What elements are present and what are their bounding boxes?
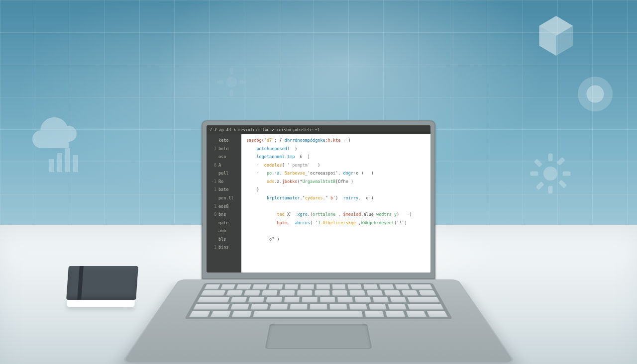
svg-rect-13	[229, 90, 233, 96]
svg-point-11	[226, 77, 237, 88]
gutter-row: bls	[210, 235, 239, 244]
editor-titlebar: 7 # ap.43 k ceviolric'twe ✓ corson pdrel…	[207, 125, 430, 134]
trackpad	[265, 324, 372, 349]
gutter-row: pen.ll	[210, 194, 239, 202]
svg-rect-10	[535, 182, 544, 190]
gutter-row: 1bate	[210, 185, 239, 194]
code-line: ;o" )	[246, 235, 427, 244]
svg-rect-6	[563, 172, 571, 176]
gutter-row: amb	[210, 227, 239, 235]
gutter-row: -1Ro	[210, 178, 239, 186]
code-editor-window: 7 # ap.43 k ceviolric'twe ✓ corson pdrel…	[207, 125, 430, 273]
notebook	[66, 266, 138, 307]
code-line: }	[246, 185, 427, 194]
svg-rect-19	[73, 155, 78, 172]
code-line: ods.à.jbokks(*Urgavmalhtot8[Ofhe )	[246, 178, 427, 186]
cube-icon	[535, 15, 577, 62]
svg-point-1	[586, 85, 604, 102]
laptop-deck	[121, 279, 516, 363]
gutter-row: 8A	[210, 161, 239, 170]
editor-body: keto1bolooso8Apull-1Ro1batepen.ll1eos80b…	[207, 134, 430, 273]
gear-icon	[529, 152, 572, 197]
keyboard	[185, 283, 453, 319]
svg-rect-8	[558, 180, 567, 188]
svg-rect-4	[548, 186, 553, 194]
gutter-row: keto	[210, 136, 239, 145]
code-line: sasoóg('d7'; { dhrrdnoompódgnke;h.kte · …	[246, 136, 427, 145]
svg-rect-12	[229, 68, 233, 74]
gutter-row: pull	[210, 169, 239, 178]
browser-window-icon	[576, 75, 615, 115]
code-line: ted X' xgro.(orttalone , $mesiod.alue wo…	[246, 210, 427, 219]
code-line: potohueposedl )	[246, 145, 427, 153]
code-line: bptm. abrcus( 'J.Athelirerskge ,kWkgehrd…	[246, 219, 427, 227]
svg-rect-3	[548, 154, 553, 162]
code-line	[246, 202, 427, 211]
svg-rect-16	[49, 159, 54, 172]
code-line: krplortumater."cydares." b') roirry. e·)	[246, 194, 427, 202]
laptop-screen-frame: 7 # ap.43 k ceviolric'twe ✓ corson pdrel…	[202, 120, 435, 279]
gutter-row: gate	[210, 219, 239, 227]
code-line: · po,·à. Sarbovse_'ocreeaspoi'. dogr·o )…	[246, 169, 427, 178]
gear-icon	[216, 67, 246, 99]
code-line	[246, 227, 427, 235]
gutter-row: 1bolo	[210, 145, 239, 153]
svg-rect-7	[534, 159, 542, 167]
svg-point-2	[543, 167, 557, 181]
code-line: · oodales[ ' pomptm' )	[246, 161, 427, 170]
editor-gutter: keto1bolooso8Apull-1Ro1batepen.ll1eos80b…	[207, 134, 241, 273]
laptop: 7 # ap.43 k ceviolric'twe ✓ corson pdrel…	[169, 120, 468, 354]
code-line: legetannmml.tmp 6 ]	[246, 153, 427, 161]
svg-rect-9	[556, 157, 565, 166]
gutter-row: 1eos8	[210, 202, 239, 211]
gutter-row: 1bins	[210, 243, 239, 252]
bar-chart-icon	[47, 144, 82, 176]
editor-code-area: sasoóg('d7'; { dhrrdnoompódgnke;h.kte · …	[241, 134, 430, 273]
svg-rect-5	[531, 172, 538, 176]
svg-rect-15	[239, 80, 246, 84]
gutter-row: 0bns	[210, 210, 239, 219]
gutter-row: oso	[210, 153, 239, 161]
svg-rect-18	[65, 148, 70, 172]
svg-rect-17	[57, 153, 62, 172]
titlebar-text: 7 # ap.43 k ceviolric'twe ✓ corson pdrel…	[210, 128, 320, 132]
svg-rect-14	[217, 80, 223, 84]
laptop-base	[169, 279, 468, 354]
